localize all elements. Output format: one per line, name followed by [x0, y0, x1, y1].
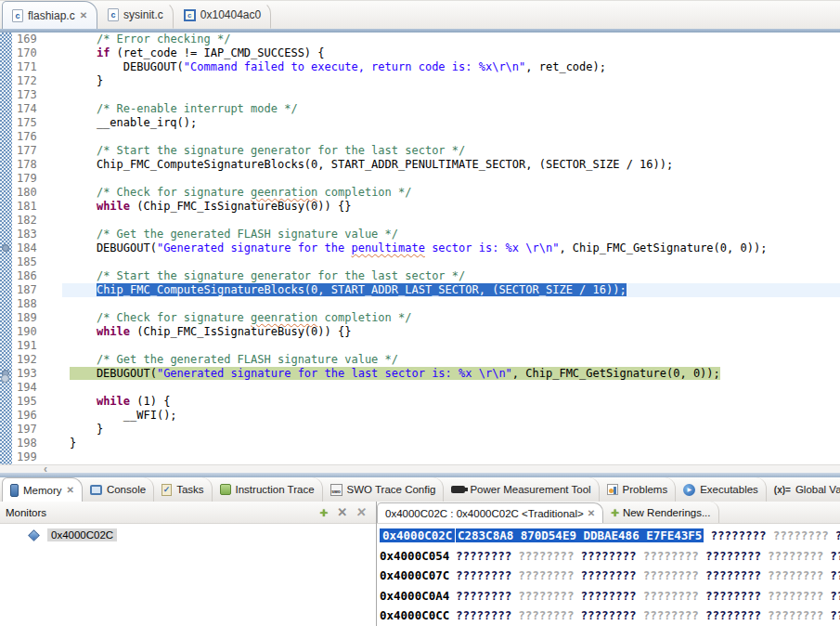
memory-cell[interactable]: ????????: [643, 589, 699, 603]
code-editor[interactable]: 169 /* Error checking */170 if (ret_code…: [0, 33, 840, 464]
memory-cell[interactable]: ????????: [518, 568, 574, 582]
line-number[interactable]: 178: [12, 158, 62, 172]
line-number[interactable]: 181: [12, 200, 62, 214]
add-monitor-button[interactable]: +: [319, 506, 328, 519]
memory-cell[interactable]: ????????: [705, 568, 761, 582]
line-number[interactable]: 182: [12, 214, 62, 228]
memory-cell[interactable]: ????????: [456, 589, 511, 603]
memory-cell[interactable]: ????????: [580, 549, 636, 563]
line-number[interactable]: 191: [12, 339, 62, 353]
view-tab-executables[interactable]: ▶Executables: [676, 477, 767, 502]
code-line[interactable]: 177 /* Start the signature generator for…: [12, 144, 840, 158]
code-line[interactable]: 192 /* Get the generated FLASH signature…: [12, 353, 840, 367]
code-line[interactable]: 194: [12, 381, 840, 395]
view-tab-swo-trace-config[interactable]: swoSWO Trace Config: [323, 477, 445, 502]
remove-all-monitors-button[interactable]: ✕: [356, 506, 367, 518]
code-line[interactable]: 185: [12, 255, 840, 269]
memory-cell[interactable]: ????????: [643, 568, 699, 582]
line-number[interactable]: 175: [12, 116, 62, 130]
view-tab-console[interactable]: Console: [83, 477, 154, 502]
line-number[interactable]: 183: [12, 228, 62, 241]
memory-cell[interactable]: ????????: [835, 528, 840, 542]
view-tab-tasks[interactable]: ✓Tasks: [154, 477, 212, 502]
code-line[interactable]: 172 }: [12, 74, 840, 88]
code-line[interactable]: 170 if (ret_code != IAP_CMD_SUCCESS) {: [12, 46, 840, 60]
memory-cell[interactable]: ????????: [705, 589, 761, 603]
memory-address[interactable]: 0x4000C0CC: [380, 606, 456, 626]
close-icon[interactable]: ✕: [67, 486, 74, 495]
memory-cell[interactable]: ????????: [518, 608, 574, 622]
rendering-tab[interactable]: 0x4000C02C : 0x4000C02C <Traditional>✕: [377, 502, 603, 523]
memory-row[interactable]: 0x4000C07C??????????????????????????????…: [377, 566, 840, 586]
line-number[interactable]: 172: [12, 74, 62, 88]
line-number[interactable]: 180: [12, 186, 62, 200]
code-line[interactable]: 184 DEBUGOUT("Generated signature for th…: [12, 241, 840, 255]
code-line[interactable]: 173: [12, 88, 840, 102]
view-tab-power-measurement-tool[interactable]: Power Measurement Tool: [444, 477, 599, 502]
line-number[interactable]: 174: [12, 102, 62, 116]
memory-cell[interactable]: ????????: [580, 608, 636, 622]
code-line[interactable]: 169 /* Error checking */: [12, 33, 840, 46]
code-line[interactable]: 189 /* Check for signature geenration co…: [12, 311, 840, 325]
memory-cell[interactable]: ????????: [768, 589, 823, 603]
code-line[interactable]: 197 }: [12, 423, 840, 437]
code-line[interactable]: 196 __WFI();: [12, 409, 840, 423]
memory-cell[interactable]: ????????: [580, 568, 636, 582]
memory-cell[interactable]: ????????: [830, 568, 840, 582]
line-number[interactable]: 193: [12, 367, 62, 381]
view-tab-instruction-trace[interactable]: Instruction Trace: [213, 477, 323, 502]
code-line[interactable]: 176: [12, 130, 840, 144]
view-tab-problems[interactable]: Problems: [600, 477, 677, 502]
memory-cell[interactable]: ????????: [643, 608, 699, 622]
rendering-tab[interactable]: +New Renderings...: [603, 502, 718, 523]
memory-cell[interactable]: ????????: [705, 549, 761, 563]
code-line[interactable]: 175 __enable_irq();: [12, 116, 840, 130]
memory-row[interactable]: 0x4000C0A4??????????????????????????????…: [377, 586, 840, 606]
line-number[interactable]: 176: [12, 130, 62, 144]
line-number[interactable]: 188: [12, 297, 62, 311]
remove-monitor-button[interactable]: ✕: [337, 506, 347, 518]
code-line[interactable]: 174 /* Re-enable interrupt mode */: [12, 102, 840, 116]
memory-row[interactable]: 0x4000C0CC??????????????????????????????…: [377, 606, 840, 626]
memory-cell[interactable]: ????????: [518, 589, 574, 603]
line-number[interactable]: 170: [12, 46, 62, 60]
code-line[interactable]: 198}: [12, 437, 840, 450]
memory-cell[interactable]: ????????: [768, 549, 823, 563]
code-line[interactable]: 181 while (Chip_FMC_IsSignatureBusy(0)) …: [12, 200, 840, 214]
line-number[interactable]: 184: [12, 241, 62, 255]
memory-cell[interactable]: ????????: [643, 549, 699, 563]
memory-cell[interactable]: ????????: [768, 568, 823, 582]
memory-address[interactable]: 0x4000C054: [380, 546, 456, 567]
code-line[interactable]: 180 /* Check for signature geenration co…: [12, 186, 840, 200]
line-number[interactable]: 192: [12, 353, 62, 367]
memory-address[interactable]: 0x4000C0A4: [380, 586, 456, 606]
editor-tab-0x10404ac0[interactable]: c0x10404ac0: [174, 1, 271, 29]
line-number[interactable]: 185: [12, 255, 62, 269]
code-line[interactable]: 199: [12, 450, 840, 464]
memory-cell[interactable]: ????????: [456, 568, 511, 582]
view-tab-memory[interactable]: Memory✕: [2, 477, 83, 502]
memory-row[interactable]: 0x4000C02CC283C8A8 870D54E9 DDBAE486 E7F…: [377, 526, 840, 546]
memory-cell[interactable]: ????????: [830, 549, 840, 563]
close-icon[interactable]: ✕: [80, 11, 87, 20]
code-line[interactable]: 193 DEBUGOUT("Generated signature for th…: [12, 367, 840, 381]
line-number[interactable]: 189: [12, 311, 62, 325]
code-line[interactable]: 171 DEBUGOUT("Command failed to execute,…: [12, 60, 840, 74]
line-number[interactable]: 171: [12, 60, 62, 74]
editor-tab-flashiap.c[interactable]: cflashiap.c✕: [2, 1, 97, 29]
editor-hscrollbar[interactable]: ‹: [0, 464, 840, 473]
memory-cell[interactable]: ????????: [830, 589, 840, 603]
code-line[interactable]: 182: [12, 214, 840, 228]
close-icon[interactable]: ✕: [588, 509, 595, 518]
memory-address[interactable]: 0x4000C02C: [380, 526, 456, 546]
code-line[interactable]: 190 while (Chip_FMC_IsSignatureBusy(0)) …: [12, 325, 840, 339]
line-number[interactable]: 173: [12, 88, 62, 102]
line-number[interactable]: 177: [12, 144, 62, 158]
monitor-item[interactable]: 0x4000C02C: [0, 527, 376, 543]
code-line[interactable]: 188: [12, 297, 840, 311]
code-line[interactable]: 179: [12, 172, 840, 186]
line-number[interactable]: 195: [12, 395, 62, 409]
memory-cell[interactable]: ????????: [773, 528, 829, 542]
memory-selected-cells[interactable]: C283C8A8 870D54E9 DDBAE486 E7FE43F5: [456, 528, 704, 542]
memory-cell[interactable]: ????????: [710, 528, 766, 542]
